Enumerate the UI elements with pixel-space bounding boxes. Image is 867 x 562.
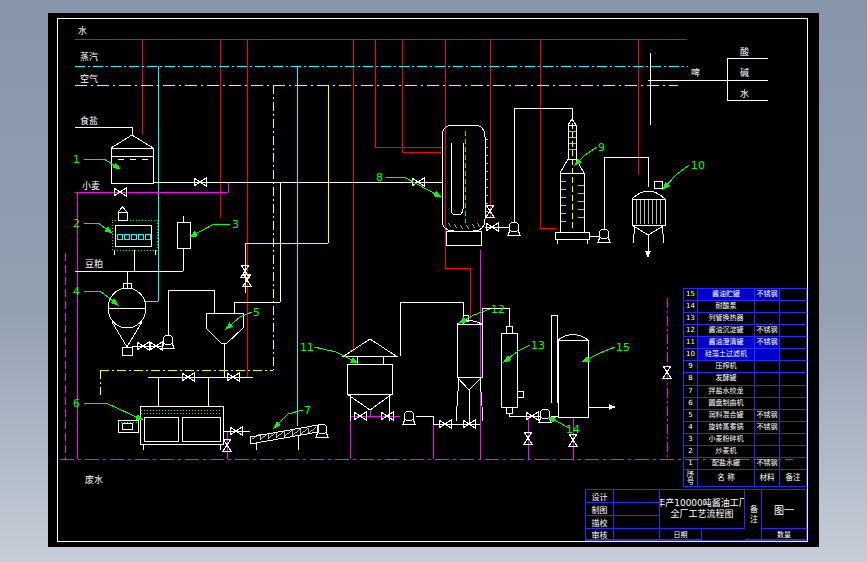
label-equipment-6: 6 — [73, 397, 80, 410]
equipment-row[interactable]: 11酱油澄清罐不锈钢 — [684, 337, 806, 349]
equipment-id-cell: 11 — [684, 337, 698, 348]
equipment-name-cell: 硅藻土过滤机 — [698, 349, 755, 360]
equipment-note-cell — [780, 422, 806, 433]
equipment-material-cell — [755, 313, 780, 324]
equipment-name-cell: 旋转蒸煮锅 — [698, 422, 755, 433]
equipment-name-cell: 压榨机 — [698, 361, 755, 372]
equipment-name-cell: 配盐水罐 — [698, 458, 755, 469]
equipment-row[interactable]: 2炒麦机 — [684, 446, 806, 458]
equipment-12-settling-tank — [456, 315, 483, 424]
header-no: 序号 — [684, 470, 698, 486]
equipment-1-brine-tank — [111, 135, 153, 183]
label-equipment-4: 4 — [73, 285, 80, 298]
titleblock-trace-name — [614, 516, 660, 529]
label-equipment-12: 12 — [491, 303, 505, 316]
equipment-note-cell — [780, 313, 806, 324]
label-equipment-10: 10 — [691, 159, 705, 172]
label-acid: 酸 — [740, 47, 749, 57]
drawing-title: 年产10000吨酱油工厂 全厂工艺流程图 — [660, 490, 745, 529]
equipment-id-cell: 15 — [684, 289, 698, 300]
equipment-8-fermenter — [442, 125, 488, 245]
equipment-row[interactable]: 6圆盘制曲机 — [684, 398, 806, 410]
equipment-10-diatomite-filter — [632, 181, 665, 243]
drawing-title-line1: 年产10000吨酱油工厂 — [660, 498, 745, 509]
equipment-note-cell — [780, 289, 806, 300]
equipment-name-cell: 酱油沉淀罐 — [698, 325, 755, 336]
equipment-id-cell: 9 — [684, 361, 698, 372]
label-equipment-9: 9 — [598, 141, 605, 154]
equipment-note-cell — [780, 337, 806, 348]
equipment-row[interactable]: 5润料混合罐不锈钢 — [684, 410, 806, 422]
title-block: 设计 制图 描校 审核 年产10000吨酱油工厂 全厂工艺流程图 日期 备注 图… — [585, 489, 807, 541]
equipment-row[interactable]: 4旋转蒸煮锅不锈钢 — [684, 422, 806, 434]
titleblock-trace: 描校 — [586, 516, 614, 529]
titleblock-review: 审核 — [586, 529, 614, 540]
equipment-material-cell: 不锈钢 — [755, 458, 780, 469]
equipment-id-cell: 2 — [684, 446, 698, 457]
leader-lines — [84, 147, 689, 428]
equipment-material-cell — [755, 398, 780, 409]
equipment-row[interactable]: 7拌盐水绞龙 — [684, 386, 806, 398]
titleblock-review-name — [614, 529, 660, 540]
equipment-13-heat-exchanger — [501, 326, 523, 413]
equipment-row[interactable]: 13列管换热器 — [684, 313, 806, 325]
equipment-id-cell: 7 — [684, 386, 698, 397]
equipment-row[interactable]: 9压榨机 — [684, 361, 806, 373]
label-equipment-13: 13 — [531, 339, 545, 352]
equipment-row[interactable]: 14耐酸泵 — [684, 301, 806, 313]
equipment-name-cell: 炒麦机 — [698, 446, 755, 457]
equipment-material-cell: 不锈钢 — [755, 325, 780, 336]
header-name: 名 称 — [698, 470, 755, 486]
titleblock-sub-left: 日期 — [660, 529, 702, 540]
valves-and-pumps — [114, 178, 671, 451]
drawing-title-line2: 全厂工艺流程图 — [670, 509, 733, 520]
equipment-id-cell: 4 — [684, 422, 698, 433]
equipment-material-cell — [755, 373, 780, 384]
equipment-7-screw-conveyor — [250, 425, 318, 450]
label-waste-water: 废水 — [85, 474, 103, 485]
titleblock-sub-right: 数量 — [762, 529, 806, 540]
equipment-id-cell: 6 — [684, 398, 698, 409]
header-note: 备注 — [780, 470, 806, 486]
equipment-row[interactable]: 15酱油贮罐不锈钢 — [684, 289, 806, 301]
label-equipment-14: 14 — [566, 423, 580, 436]
label-water-right: 水 — [740, 88, 749, 99]
label-equipment-11: 11 — [300, 341, 314, 354]
equipment-row[interactable]: 10硅藻土过滤机 — [684, 349, 806, 361]
equipment-id-cell: 12 — [684, 325, 698, 336]
equipment-material-cell: 不锈钢 — [755, 410, 780, 421]
header-material: 材料 — [755, 470, 780, 486]
equipment-row[interactable]: 8发酵罐 — [684, 373, 806, 385]
equipment-name-cell: 发酵罐 — [698, 373, 755, 384]
equipment-material-cell — [755, 434, 780, 445]
equipment-material-cell — [755, 361, 780, 372]
equipment-note-cell — [780, 410, 806, 421]
label-air: 空气 — [80, 73, 98, 84]
label-water: 水 — [78, 25, 87, 36]
equipment-material-cell — [755, 446, 780, 457]
equipment-id-cell: 8 — [684, 373, 698, 384]
water-lines — [75, 39, 687, 377]
equipment-note-cell — [780, 446, 806, 457]
equipment-note-cell — [780, 373, 806, 384]
equipment-row[interactable]: 3小麦粉碎机 — [684, 434, 806, 446]
equipment-2-wheat-roaster — [112, 207, 157, 255]
equipment-material-cell — [755, 386, 780, 397]
product-outlet-arrow — [609, 404, 616, 410]
equipment-id-cell: 1 — [684, 458, 698, 469]
label-mid-right: 啤 — [691, 67, 700, 78]
label-equipment-7: 7 — [304, 404, 311, 417]
equipment-table[interactable]: 15酱油贮罐不锈钢14耐酸泵13列管换热器12酱油沉淀罐不锈钢11酱油澄清罐不锈… — [683, 288, 807, 487]
cad-canvas[interactable]: 1 2 3 4 5 6 7 8 9 10 11 12 13 14 15 水 蒸汽… — [48, 13, 819, 547]
equipment-name-cell: 拌盐水绞龙 — [698, 386, 755, 397]
equipment-note-cell — [780, 458, 806, 469]
titleblock-design: 设计 — [586, 490, 614, 503]
figure-number: 图一 — [762, 490, 806, 529]
equipment-row[interactable]: 1配盐水罐不锈钢 — [684, 458, 806, 470]
steam-lines — [75, 66, 688, 426]
cad-viewport: 1 2 3 4 5 6 7 8 9 10 11 12 13 14 15 水 蒸汽… — [0, 0, 867, 562]
equipment-row[interactable]: 12酱油沉淀罐不锈钢 — [684, 325, 806, 337]
equipment-material-cell — [755, 301, 780, 312]
equipment-material-cell: 不锈钢 — [755, 289, 780, 300]
equipment-id-cell: 13 — [684, 313, 698, 324]
